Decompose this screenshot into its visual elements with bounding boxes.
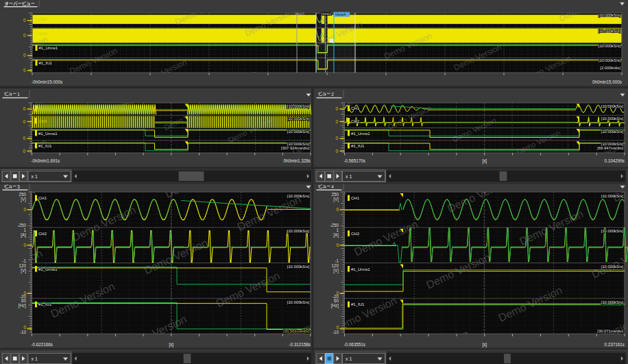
svg-text:0: 0 [336, 243, 339, 247]
svg-text:[10.000kS/s]: [10.000kS/s] [287, 130, 310, 134]
svg-text:[s]: [s] [482, 158, 487, 164]
svg-text:[30.071ms/div]: [30.071ms/div] [597, 329, 623, 333]
svg-text:1: 1 [17, 92, 20, 97]
svg-text:[V]: [V] [333, 197, 339, 202]
svg-text:CH1: CH1 [39, 17, 48, 21]
svg-text:CH1: CH1 [38, 106, 47, 110]
svg-text:-0.565170s: -0.565170s [344, 158, 366, 163]
svg-text:-250: -250 [17, 223, 26, 228]
svg-text:View1: View1 [322, 12, 332, 16]
svg-text:[10.000kS/s]: [10.000kS/s] [287, 142, 310, 146]
svg-text:CH2: CH2 [38, 119, 47, 123]
svg-text:[A]: [A] [333, 232, 339, 238]
svg-text:CH1: CH1 [38, 196, 47, 200]
svg-text:2: 2 [331, 92, 334, 97]
svg-text:0: 0 [335, 119, 338, 124]
svg-text:CH2: CH2 [351, 232, 360, 236]
svg-text:[10.000kS/s]: [10.000kS/s] [287, 117, 310, 121]
svg-text:x 1: x 1 [346, 356, 352, 361]
svg-text:[31.001ms/div]: [31.001ms/div] [283, 329, 309, 333]
svg-text:View3: View3 [294, 12, 304, 16]
svg-text:[V]: [V] [21, 268, 26, 274]
svg-text:#1_fU1: #1_fU1 [38, 144, 52, 148]
svg-text:[10.000kS/s]: [10.000kS/s] [599, 29, 621, 33]
svg-text:CH2: CH2 [38, 232, 47, 236]
svg-text:[10.000kS/s]: [10.000kS/s] [287, 104, 310, 108]
svg-text:0: 0 [23, 119, 25, 124]
svg-text:#1_fU1: #1_fU1 [39, 61, 53, 65]
svg-text:[10.000kS/s]: [10.000kS/s] [601, 117, 624, 121]
svg-text:0: 0 [23, 18, 26, 23]
svg-text:4: 4 [331, 184, 334, 189]
svg-text:CH1: CH1 [351, 106, 360, 110]
svg-text:[V]: [V] [21, 197, 26, 202]
svg-text:[10.000kS/s]: [10.000kS/s] [599, 13, 621, 17]
svg-text:#1_Urms1: #1_Urms1 [38, 267, 58, 271]
svg-text:0: 0 [23, 136, 25, 141]
svg-text:0h0min1.328s: 0h0min1.328s [283, 158, 311, 163]
svg-text:x 1: x 1 [32, 356, 38, 361]
svg-text:[10.000kS/s]: [10.000kS/s] [601, 229, 624, 233]
svg-text:0: 0 [23, 243, 26, 247]
svg-text:0: 0 [335, 106, 338, 111]
svg-text:[10.000kS/s]: [10.000kS/s] [601, 265, 624, 269]
svg-text:#1_Urms1: #1_Urms1 [351, 132, 370, 136]
svg-text:0: 0 [23, 106, 25, 111]
svg-text:0: 0 [335, 149, 338, 154]
svg-text:-0h0min15.000s: -0h0min15.000s [32, 80, 62, 84]
svg-text:[Hz]: [Hz] [19, 303, 26, 308]
svg-text:#1_fU1: #1_fU1 [351, 144, 365, 148]
svg-text:[10.000kS/s]: [10.000kS/s] [601, 104, 624, 108]
svg-text:[10.000kS/s]: [10.000kS/s] [601, 142, 624, 146]
svg-text:[10.000kS/s]: [10.000kS/s] [599, 58, 621, 62]
svg-text:-10: -10 [333, 330, 339, 335]
svg-text:x 1: x 1 [346, 174, 352, 179]
svg-text:#1_fU1: #1_fU1 [38, 302, 52, 306]
svg-text:[10.000kS/s]: [10.000kS/s] [287, 265, 310, 269]
svg-text:[10.000kS/s]: [10.000kS/s] [601, 194, 624, 198]
svg-text:0: 0 [23, 149, 25, 154]
svg-text:[10.000kS/s]: [10.000kS/s] [599, 44, 621, 48]
svg-text:-250: -250 [330, 223, 339, 228]
svg-text:[2.000k/div]: [2.000k/div] [600, 66, 620, 70]
svg-text:-1: -1 [335, 258, 339, 263]
svg-text:-0h0min1.691s: -0h0min1.691s [32, 158, 60, 163]
svg-text:#1_Urms1: #1_Urms1 [39, 46, 58, 50]
svg-text:x 1: x 1 [32, 174, 38, 179]
svg-text:[A]: [A] [21, 232, 26, 238]
svg-text:[10.000kS/s]: [10.000kS/s] [287, 229, 310, 233]
svg-text:#1_Urms1: #1_Urms1 [351, 267, 370, 271]
svg-text:0: 0 [23, 53, 26, 58]
svg-text:[10.000kS/s]: [10.000kS/s] [601, 130, 624, 134]
svg-text:-0.622166s: -0.622166s [32, 342, 53, 347]
svg-text:#1_Urms1: #1_Urms1 [38, 132, 58, 136]
svg-text:CH1: CH1 [351, 196, 360, 200]
svg-text:3: 3 [17, 184, 20, 189]
svg-text:-1: -1 [22, 258, 26, 263]
svg-text:0.237161s: 0.237161s [605, 342, 625, 347]
svg-text:-0.312158s: -0.312158s [289, 342, 311, 347]
svg-text:[s]: [s] [482, 342, 487, 348]
svg-text:[Hz]: [Hz] [331, 303, 339, 308]
svg-text:[307.924ms/div]: [307.924ms/div] [281, 146, 309, 150]
svg-text:[s]: [s] [169, 342, 173, 348]
svg-text:#1_fU1: #1_fU1 [351, 302, 365, 306]
svg-text:0: 0 [336, 207, 339, 212]
svg-text:[10.000kS/s]: [10.000kS/s] [287, 194, 310, 198]
svg-text:0: 0 [23, 68, 26, 73]
svg-text:0: 0 [335, 136, 338, 141]
svg-text:View4: View4 [335, 12, 346, 16]
svg-text:-10: -10 [20, 330, 27, 335]
svg-text:0h0min15.000s: 0h0min15.000s [592, 80, 622, 84]
svg-text:-0.063551s: -0.063551s [344, 342, 366, 347]
svg-text:0: 0 [23, 207, 26, 212]
svg-text:[V]: [V] [333, 268, 339, 274]
svg-text:0: 0 [23, 33, 26, 38]
svg-text:[66.947ms/div]: [66.947ms/div] [597, 146, 623, 150]
svg-text:CH2: CH2 [39, 32, 48, 36]
svg-text:CH2: CH2 [351, 119, 360, 123]
svg-text:0.104299s: 0.104299s [605, 158, 625, 163]
svg-text:[10.000kS/s]: [10.000kS/s] [601, 300, 624, 304]
svg-text:[10.000kS/s]: [10.000kS/s] [287, 300, 310, 304]
